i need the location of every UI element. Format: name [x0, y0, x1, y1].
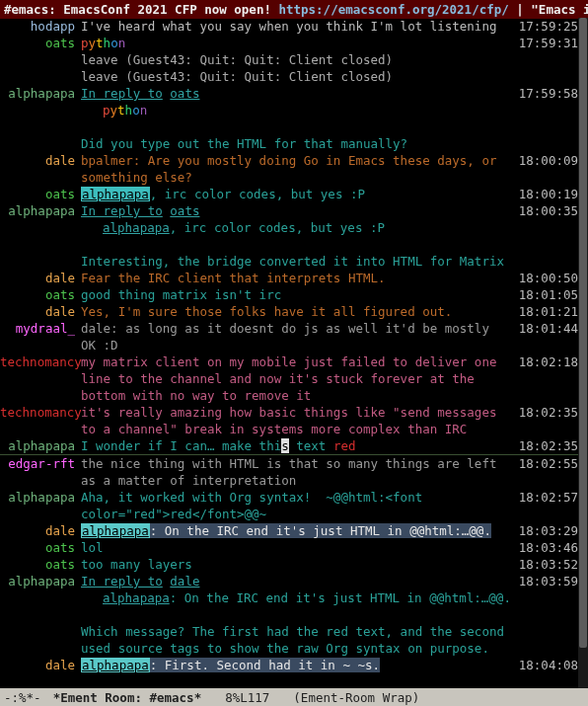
nick[interactable]: technomancy	[0, 404, 81, 421]
nick[interactable]: edgar-rft	[0, 455, 81, 472]
message-row: technomancyit's really amazing how basic…	[0, 404, 578, 437]
topic-url[interactable]: https://emacsconf.org/2021/cfp/	[278, 2, 508, 17]
message-body: In reply to oatsalphapapa, irc color cod…	[81, 202, 517, 236]
message-area[interactable]: hodappI've heard what you say when you t…	[0, 18, 578, 688]
timestamp: 18:00:35	[517, 202, 578, 219]
message-body: Fear the IRC client that interprets HTML…	[81, 270, 517, 286]
message-row: alphapapaIn reply to dalealphapapa: On t…	[0, 573, 578, 606]
timestamp: 18:02:35	[517, 404, 578, 421]
timestamp: 18:03:46	[517, 539, 578, 556]
message-body: I've heard what you say when you think I…	[81, 18, 517, 35]
message-body: the nice thing with HTML is that so many…	[81, 455, 517, 489]
nick[interactable]: technomancy	[0, 353, 81, 370]
message-body: lol	[81, 539, 517, 556]
timestamp: 18:04:08	[517, 657, 578, 673]
mention-alphapapa: alphapapa	[81, 523, 150, 538]
nick[interactable]: dale	[0, 270, 81, 286]
message-body: alphapapa, irc color codes, but yes :P	[81, 186, 517, 202]
modeline-line: L117	[240, 689, 269, 706]
nick[interactable]: oats	[0, 35, 81, 51]
nick[interactable]: oats	[0, 186, 81, 202]
message-body: dale: as long as it doesnt do js as well…	[81, 320, 517, 353]
message-row: mydraal_dale: as long as it doesnt do js…	[0, 320, 578, 353]
message-body: it's really amazing how basic things lik…	[81, 404, 517, 437]
modeline-buffer: *Ement Room: #emacs*	[53, 689, 202, 706]
message-body: Which message? The first had the red tex…	[81, 623, 517, 657]
message-body: In reply to oatspython	[81, 85, 517, 118]
timestamp: 18:00:50	[517, 270, 578, 286]
message-body: python	[81, 35, 517, 51]
message-body: leave (Guest43: Quit: Quit: Client close…	[81, 51, 517, 68]
timestamp: 18:00:19	[517, 186, 578, 202]
timestamp: 18:01:44	[517, 320, 578, 337]
message-row: leave (Guest43: Quit: Quit: Client close…	[0, 51, 578, 68]
message-body: bpalmer: Are you mostly doing Go in Emac…	[81, 152, 517, 186]
message-row: edgar-rftthe nice thing with HTML is tha…	[0, 455, 578, 489]
timestamp: 18:02:18	[517, 353, 578, 370]
user-link-oats[interactable]: oats	[170, 203, 199, 218]
nick[interactable]: alphapapa	[0, 437, 81, 454]
topic-tail: | "Emacs is a co	[516, 2, 588, 17]
scrollbar[interactable]	[578, 18, 588, 688]
message-row: oatspython17:59:31	[0, 35, 578, 51]
timestamp: 17:59:25	[517, 18, 578, 35]
timestamp: 18:02:57	[517, 489, 578, 506]
message-body: my matrix client on my mobile just faile…	[81, 353, 517, 404]
user-link-oats[interactable]: oats	[170, 86, 199, 101]
modeline-mode: (Ement-Room Wrap)	[293, 689, 419, 706]
nick[interactable]: dale	[0, 303, 81, 320]
message-body: Aha, it worked with Org syntax! ~@@html:…	[81, 489, 517, 522]
message-body: leave (Guest43: Quit: Quit: Client close…	[81, 68, 517, 85]
timestamp: 17:59:58	[517, 85, 578, 102]
nick[interactable]: alphapapa	[0, 85, 81, 102]
scroll-thumb[interactable]	[579, 18, 587, 648]
message-body: Did you type out the HTML for that manua…	[81, 135, 517, 152]
nick[interactable]: alphapapa	[0, 489, 81, 506]
reply-link[interactable]: In reply to	[81, 86, 163, 101]
reply-link[interactable]: In reply to	[81, 574, 163, 588]
message-body: good thing matrix isn't irc	[81, 286, 517, 303]
message-row: dalealphapapa: On the IRC end it's just …	[0, 522, 578, 539]
modeline-flags: -:%*-	[4, 689, 41, 706]
user-link-alphapapa[interactable]: alphapapa	[103, 590, 170, 605]
nick[interactable]: dale	[0, 152, 81, 169]
mode-line: -:%*-*Ement Room: #emacs*8% L117(Ement-R…	[0, 688, 588, 706]
message-row: leave (Guest43: Quit: Quit: Client close…	[0, 68, 578, 85]
nick[interactable]: mydraal_	[0, 320, 81, 337]
mention-alphapapa: alphapapa	[81, 658, 150, 672]
topic-text: EmacsConf 2021 CFP now open!	[63, 2, 271, 17]
modeline-percent: 8%	[225, 689, 240, 706]
message-row: alphapapaAha, it worked with Org syntax!…	[0, 489, 578, 522]
header-bar: #emacs: EmacsConf 2021 CFP now open! htt…	[0, 0, 588, 19]
message-body: Yes, I'm sure those folks have it all fi…	[81, 303, 517, 320]
timestamp: 18:01:21	[517, 303, 578, 320]
timestamp: 17:59:31	[517, 35, 578, 51]
timestamp: 18:01:05	[517, 286, 578, 303]
nick[interactable]: oats	[0, 539, 81, 556]
reply-link[interactable]: In reply to	[81, 203, 163, 218]
rainbow-text: python	[81, 36, 125, 50]
channel-name: #emacs	[4, 2, 48, 17]
text-cursor: s	[281, 438, 289, 453]
nick[interactable]: alphapapa	[0, 202, 81, 219]
message-row: oatsgood thing matrix isn't irc18:01:05	[0, 286, 578, 303]
nick[interactable]: dale	[0, 657, 81, 673]
nick[interactable]: hodapp	[0, 18, 81, 35]
message-row: daleFear the IRC client that interprets …	[0, 270, 578, 286]
message-row: oatstoo many layers18:03:52	[0, 556, 578, 573]
message-row: alphapapaI wonder if I can… make this te…	[0, 437, 578, 454]
nick[interactable]: oats	[0, 286, 81, 303]
nick[interactable]: alphapapa	[0, 573, 81, 589]
message-row: alphapapaIn reply to oatspython17:59:58	[0, 85, 578, 118]
message-row: alphapapaIn reply to oatsalphapapa, irc …	[0, 202, 578, 236]
nick[interactable]: oats	[0, 556, 81, 573]
timestamp: 18:02:55	[517, 455, 578, 472]
user-link-dale[interactable]: dale	[170, 574, 199, 588]
message-row: Did you type out the HTML for that manua…	[0, 135, 578, 152]
message-row: hodappI've heard what you say when you t…	[0, 18, 578, 35]
message-body: Interesting, the bridge converted it int…	[81, 253, 517, 270]
nick[interactable]: dale	[0, 522, 81, 539]
message-body: too many layers	[81, 556, 517, 573]
message-row: daleYes, I'm sure those folks have it al…	[0, 303, 578, 320]
user-link-alphapapa[interactable]: alphapapa	[103, 220, 170, 235]
